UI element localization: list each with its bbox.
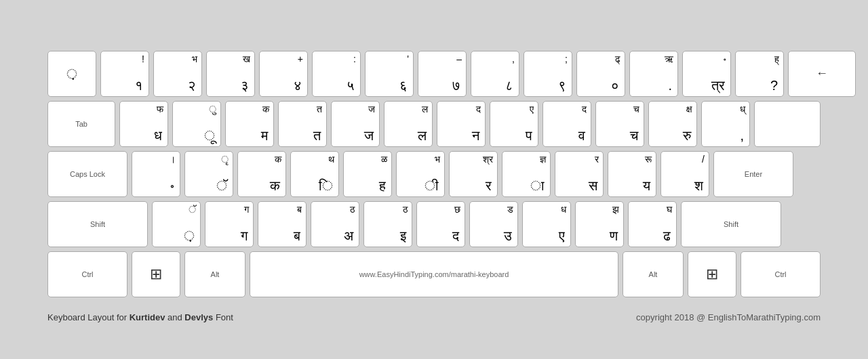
key-row-3: Caps Lock । ॰ ृ ॅ क क थ ि ळ ह भ ी श्र र [47, 151, 821, 197]
key-row-1: ़ ! १ भ २ ख ३ + ४ : ५ ' ६ – ७ [47, 51, 821, 97]
key-3[interactable]: ख ३ [206, 51, 255, 97]
key-slash[interactable]: घ ढ [628, 201, 677, 247]
key-d[interactable]: क क [237, 151, 286, 197]
key-5[interactable]: : ५ [312, 51, 361, 97]
key-n[interactable]: छ द [416, 201, 465, 247]
key-comma[interactable]: ध ए [522, 201, 571, 247]
key-y[interactable]: ल ल [384, 101, 433, 147]
key-backslash[interactable] [754, 101, 821, 147]
key-w[interactable]: ु ू [172, 101, 221, 147]
key-o[interactable]: द व [542, 101, 591, 147]
left-shift-key[interactable]: Shift [47, 201, 148, 247]
key-bracket[interactable]: ह् ? [735, 51, 784, 97]
key-row-5: Ctrl ⊞ Alt www.EasyHindiTyping.com/marat… [47, 251, 821, 297]
keyboard-container: ़ ! १ भ २ ख ३ + ४ : ५ ' ६ – ७ [27, 37, 841, 308]
right-alt-key[interactable]: Alt [623, 251, 684, 297]
key-backtick[interactable]: ़ [47, 51, 96, 97]
key-1[interactable]: ! १ [100, 51, 149, 97]
key-9[interactable]: ; ९ [524, 51, 572, 97]
windows-icon-left: ⊞ [150, 266, 162, 283]
key-g[interactable]: ळ ह [343, 151, 392, 197]
key-0[interactable]: ढ् ० [576, 51, 625, 97]
left-alt-key[interactable]: Alt [184, 251, 245, 297]
key-q[interactable]: फ ध [119, 101, 168, 147]
footer-left: Keyboard Layout for Kurtidev and Devlys … [47, 312, 233, 322]
right-shift-key[interactable]: Shift [681, 201, 781, 247]
key-row-2: Tab फ ध ु ू क म त त ज ज ल ल द न [47, 101, 821, 147]
key-r[interactable]: त त [278, 101, 327, 147]
key-h[interactable]: भ ी [396, 151, 445, 197]
key-v[interactable]: ठ अ [311, 201, 359, 247]
key-equals[interactable]: ॰ त्र [682, 51, 731, 97]
spacebar-key[interactable]: www.EasyHindiTyping.com/marathi-keyboard [250, 251, 618, 297]
key-4[interactable]: + ४ [259, 51, 308, 97]
caps-lock-key[interactable]: Caps Lock [47, 151, 127, 197]
key-7[interactable]: – ७ [418, 51, 467, 97]
right-win-key[interactable]: ⊞ [688, 251, 736, 297]
key-minus[interactable]: ऋ . [629, 51, 678, 97]
key-u[interactable]: द न [437, 101, 486, 147]
footer-right: copyright 2018 @ EnglishToMarathiTyping.… [636, 312, 821, 322]
key-e[interactable]: क म [225, 101, 274, 147]
windows-icon-right: ⊞ [706, 266, 718, 283]
key-2[interactable]: भ २ [153, 51, 202, 97]
right-ctrl-key[interactable]: Ctrl [741, 251, 821, 297]
key-f[interactable]: थ ि [290, 151, 339, 197]
key-p[interactable]: च च [595, 101, 644, 147]
key-b[interactable]: ठ इ [363, 201, 412, 247]
footer: Keyboard Layout for Kurtidev and Devlys … [27, 308, 841, 322]
tab-key[interactable]: Tab [47, 101, 115, 147]
key-m[interactable]: ड उ [469, 201, 518, 247]
left-ctrl-key[interactable]: Ctrl [47, 251, 127, 297]
backspace-key[interactable]: ← [788, 51, 856, 97]
key-open-bracket[interactable]: क्ष रु [648, 101, 697, 147]
key-8[interactable]: , ८ [471, 51, 519, 97]
key-quote[interactable]: / श [660, 151, 709, 197]
enter-key[interactable]: Enter [713, 151, 793, 197]
key-row-4: Shift ॅ ़ ग ग ब ब ठ अ ठ इ छ द ड उ [47, 201, 821, 247]
key-j[interactable]: श्र र [449, 151, 498, 197]
key-x[interactable]: ग ग [205, 201, 254, 247]
key-s[interactable]: ृ ॅ [184, 151, 233, 197]
key-k[interactable]: ज्ञ ा [502, 151, 551, 197]
key-period[interactable]: झ ण [575, 201, 624, 247]
key-l[interactable]: र स [555, 151, 604, 197]
key-z[interactable]: ॅ ़ [152, 201, 201, 247]
key-6[interactable]: ' ६ [365, 51, 414, 97]
left-win-key[interactable]: ⊞ [132, 251, 180, 297]
key-close-bracket[interactable]: ध् , [701, 101, 750, 147]
key-semicolon[interactable]: रू य [608, 151, 656, 197]
key-c[interactable]: ब ब [258, 201, 307, 247]
key-i[interactable]: ए प [490, 101, 538, 147]
key-a[interactable]: । ॰ [132, 151, 180, 197]
key-t[interactable]: ज ज [331, 101, 380, 147]
